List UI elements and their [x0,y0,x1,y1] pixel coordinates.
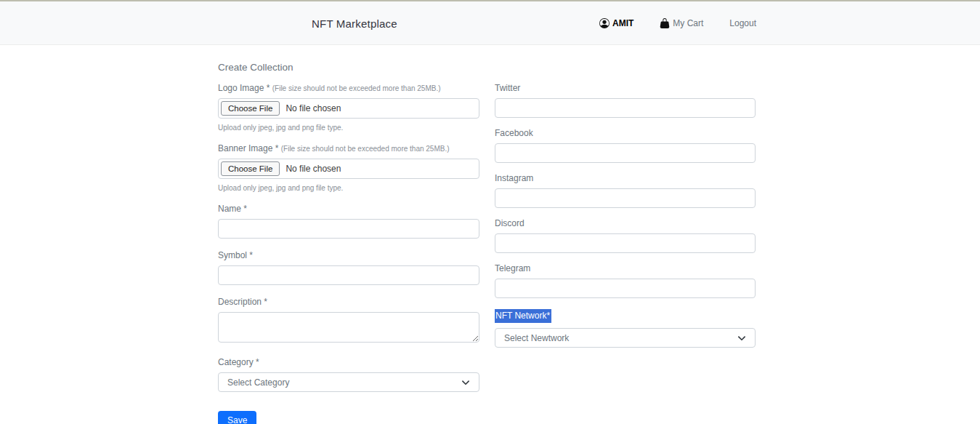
category-label: Category * [218,357,479,367]
banner-file-status: No file chosen [286,164,341,174]
category-select[interactable]: Select Category [218,372,479,392]
my-cart-label: My Cart [673,18,703,28]
name-label: Name * [218,204,479,214]
telegram-label: Telegram [495,263,756,273]
name-group: Name * [218,204,479,239]
banner-image-label: Banner Image * (File size should not be … [218,143,479,153]
page-title: Create Collection [218,62,980,73]
symbol-label: Symbol * [218,250,479,260]
chevron-down-icon [461,378,470,387]
symbol-input[interactable] [218,265,479,285]
instagram-label: Instagram [495,173,756,183]
my-cart-link[interactable]: My Cart [660,18,703,28]
network-select[interactable]: Select Newtwork [495,328,756,348]
description-group: Description * [218,297,479,345]
cart-bag-icon [660,18,670,28]
form-right-column: Twitter Facebook Instagram Discord Teleg… [495,83,756,424]
twitter-group: Twitter [495,83,756,118]
brand-title[interactable]: NFT Marketplace [312,17,397,29]
banner-size-note: (File size should not be exceeded more t… [281,145,450,153]
name-input[interactable] [218,219,479,239]
facebook-label: Facebook [495,128,756,138]
banner-filetype-helper: Upload only jpeg, jpg and png file type. [218,184,479,192]
logo-file-status: No file chosen [286,103,341,113]
form-left-column: Logo Image * (File size should not be ex… [218,83,479,424]
facebook-group: Facebook [495,128,756,163]
person-circle-icon [599,18,610,28]
telegram-input[interactable] [495,279,756,298]
logo-filetype-helper: Upload only jpeg, jpg and png file type. [218,124,479,132]
description-textarea[interactable] [218,312,479,343]
discord-label: Discord [495,218,756,228]
banner-image-group: Banner Image * (File size should not be … [218,143,479,192]
logo-size-note: (File size should not be exceeded more t… [272,84,441,92]
user-name-label: AMIT [612,18,633,28]
telegram-group: Telegram [495,263,756,298]
twitter-input[interactable] [495,98,756,118]
category-group: Category * Select Category [218,357,479,392]
top-navbar: NFT Marketplace AMIT My Cart Logout [0,0,980,45]
navbar-links: AMIT My Cart Logout [599,18,756,28]
discord-input[interactable] [495,233,756,253]
twitter-label: Twitter [495,83,756,93]
network-selected-value: Select Newtwork [504,333,569,343]
banner-file-input[interactable]: Choose File No file chosen [218,159,479,179]
logout-link[interactable]: Logout [729,18,756,28]
chevron-down-icon [737,334,746,343]
banner-choose-file-button[interactable]: Choose File [221,161,280,176]
description-label: Description * [218,297,479,307]
logo-file-input[interactable]: Choose File No file chosen [218,98,479,119]
instagram-group: Instagram [495,173,756,208]
discord-group: Discord [495,218,756,253]
user-menu[interactable]: AMIT [599,18,633,28]
instagram-input[interactable] [495,188,756,208]
create-collection-page: Create Collection Logo Image * (File siz… [0,45,980,424]
symbol-group: Symbol * [218,250,479,285]
logo-image-label: Logo Image * (File size should not be ex… [218,83,479,93]
save-button[interactable]: Save [218,411,256,424]
logo-image-group: Logo Image * (File size should not be ex… [218,83,479,132]
nft-network-label: NFT Network* [495,309,551,323]
facebook-input[interactable] [495,143,756,163]
logo-choose-file-button[interactable]: Choose File [221,101,280,116]
nft-network-group: NFT Network* Select Newtwork [495,308,756,348]
category-selected-value: Select Category [227,377,289,388]
